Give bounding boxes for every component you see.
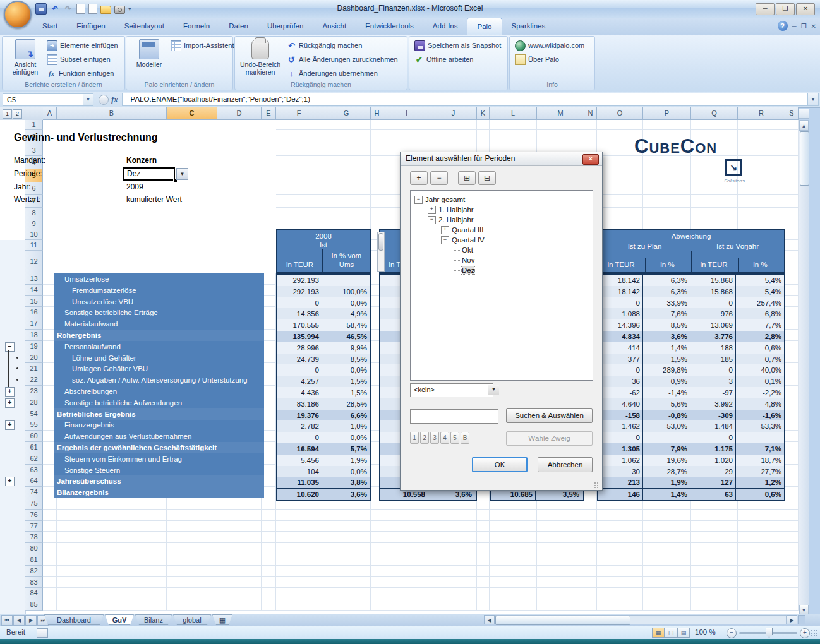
dropdown-arrow-icon[interactable]: ▼ (488, 385, 499, 395)
row-header-9[interactable]: 9 (25, 218, 43, 229)
remove-element-button[interactable]: − (430, 171, 448, 185)
column-header-B[interactable]: B (57, 107, 167, 120)
horizontal-split-handle[interactable] (798, 615, 805, 624)
column-header-E[interactable]: E (262, 107, 276, 120)
undo-bereich-markieren-button[interactable]: Undo-Bereich markieren (238, 39, 283, 80)
scroll-right-icon[interactable]: ▶ (787, 615, 797, 624)
page-break-view-button[interactable]: ▤ (677, 628, 690, 638)
ribbon-tab-seitenlayout[interactable]: Seitenlayout (115, 18, 174, 35)
collapse-group-button[interactable]: − (5, 342, 15, 352)
tree-item-2-halbjahr[interactable]: −2. Halbjahr (428, 215, 474, 225)
column-header-N[interactable]: N (584, 107, 597, 120)
wikipalo-link-button[interactable]: www.wikipalo.com (515, 40, 584, 51)
expand-toggle-icon[interactable]: + (441, 226, 449, 234)
column-header-F[interactable]: F (276, 107, 322, 120)
column-header-I[interactable]: I (383, 107, 430, 120)
sheet-tab-bilanz[interactable]: Bilanz (135, 614, 172, 625)
vertical-scrollbar[interactable]: ▲ ▼ (799, 120, 809, 616)
row-header-55[interactable]: 55 (25, 419, 43, 431)
row-header-1[interactable]: 1 (25, 120, 43, 130)
office-button[interactable] (4, 1, 32, 28)
zoom-out-icon[interactable]: − (727, 628, 737, 638)
modeller-button[interactable]: Modeller (129, 39, 169, 80)
horizontal-scroll-thumb[interactable] (495, 616, 630, 625)
normal-view-button[interactable]: ▦ (652, 628, 665, 638)
expand-group-button[interactable]: + (5, 420, 15, 430)
expand-group-button[interactable]: + (5, 477, 15, 486)
column-header-Q[interactable]: Q (691, 107, 738, 120)
row-header-62[interactable]: 62 (25, 453, 43, 465)
column-header-A[interactable]: A (43, 107, 57, 120)
row-header-22[interactable]: 22 (25, 374, 43, 386)
row-header-60[interactable]: 60 (25, 431, 43, 442)
funktion-einfuegen-button[interactable]: fxFunktion einfügen (47, 68, 118, 78)
outline-level-1-button[interactable]: 1 (3, 109, 12, 119)
ribbon-tab-entwicklertools[interactable]: Entwicklertools (356, 18, 423, 35)
row-header-63[interactable]: 63 (25, 465, 43, 476)
sheet-tab-dashboard[interactable]: Dashboard (44, 614, 104, 625)
zoom-slider-thumb[interactable] (766, 628, 773, 638)
selected-cell-periode[interactable]: Dez (123, 167, 175, 181)
elemente-einfuegen-button[interactable]: ➜Elemente einfügen (47, 40, 118, 51)
collapse-all-button[interactable]: ⊟ (478, 171, 496, 185)
row-header-20[interactable]: 20 (25, 352, 43, 364)
row-header-15[interactable]: 15 (25, 296, 43, 307)
formula-bar-circle-button[interactable] (99, 95, 109, 105)
column-header-K[interactable]: K (477, 107, 490, 120)
row-header-64[interactable]: 64 (25, 475, 43, 487)
ribbon-tab-einf-gen[interactable]: Einfügen (67, 18, 114, 35)
row-header-3[interactable]: 3 (25, 145, 43, 156)
level-button-1[interactable]: 1 (410, 432, 419, 444)
search-input[interactable] (410, 409, 498, 424)
expand-group-button[interactable]: + (5, 387, 15, 397)
ribbon-tab-sparklines[interactable]: Sparklines (502, 18, 555, 35)
row-header-16[interactable]: 16 (25, 307, 43, 318)
customize-toolbar-icon[interactable]: ▾ (128, 6, 131, 12)
tree-item-jahr-gesamt[interactable]: −Jahr gesamt (414, 194, 465, 205)
sheet-tab-global[interactable]: global (173, 614, 211, 625)
row-header-14[interactable]: 14 (25, 285, 43, 296)
open-folder-icon[interactable] (100, 6, 111, 14)
expand-all-button[interactable]: ⊞ (458, 171, 476, 185)
speichern-als-snapshot-button[interactable]: Speichern als Snapshot (414, 40, 501, 51)
workbook-restore-icon[interactable]: ❐ (801, 23, 807, 30)
row-header-28[interactable]: 28 (25, 397, 43, 408)
column-header-G[interactable]: G (322, 107, 371, 120)
ribbon-tab-start[interactable]: Start (33, 18, 67, 35)
search-select-button[interactable]: Suchen & Auswählen (506, 408, 593, 423)
row-header-81[interactable]: 81 (25, 554, 43, 566)
insert-function-fx-icon[interactable]: fx (111, 95, 118, 105)
ribbon-tab-add-ins[interactable]: Add-Ins (423, 18, 467, 35)
name-box-dropdown-icon[interactable]: ▼ (83, 93, 93, 106)
row-header-83[interactable]: 83 (25, 577, 43, 588)
horizontal-scrollbar[interactable]: ◀ ▶ (484, 615, 807, 624)
undo-icon[interactable]: ↶ (50, 4, 60, 14)
alle-aenderungen-zuruecknehmen-button[interactable]: ↺Alle Änderungen zurücknehmen (287, 54, 398, 64)
column-header-M[interactable]: M (537, 107, 584, 120)
row-header-82[interactable]: 82 (25, 566, 43, 577)
sheet-tab-guv[interactable]: GuV (105, 614, 134, 625)
dialog-close-icon[interactable]: × (582, 154, 599, 165)
level-button-3[interactable]: 3 (430, 432, 439, 444)
ansicht-einfuegen-button[interactable]: Ansicht einfügen (5, 39, 45, 80)
row-header-11[interactable]: 11 (25, 240, 43, 251)
maximize-button[interactable]: ❐ (776, 3, 795, 15)
column-header-S[interactable]: S (785, 107, 799, 120)
scroll-left-icon[interactable]: ◀ (484, 615, 495, 624)
import-assistent-button[interactable]: Import-Assistent (171, 40, 234, 51)
cell-dropdown-icon[interactable]: ▼ (176, 168, 188, 180)
row-header-77[interactable]: 77 (25, 521, 43, 532)
level-button-4[interactable]: 4 (440, 432, 449, 444)
row-header-74[interactable]: 74 (25, 487, 43, 498)
ribbon-tab-daten[interactable]: Daten (219, 18, 258, 35)
cancel-button[interactable]: Abbrechen (538, 457, 593, 472)
row-header-12[interactable]: 12 (25, 251, 43, 273)
expand-formula-bar-icon[interactable]: ▼ (807, 93, 819, 106)
help-icon[interactable]: ? (778, 21, 788, 31)
rueckgaengig-machen-button[interactable]: ↶Rückgängig machen (287, 40, 398, 51)
level-button-5[interactable]: 5 (450, 432, 459, 444)
row-header-23[interactable]: 23 (25, 386, 43, 397)
row-header-13[interactable]: 13 (25, 273, 43, 285)
ok-button[interactable]: OK (472, 457, 528, 472)
window-resize-grip[interactable] (811, 629, 818, 637)
